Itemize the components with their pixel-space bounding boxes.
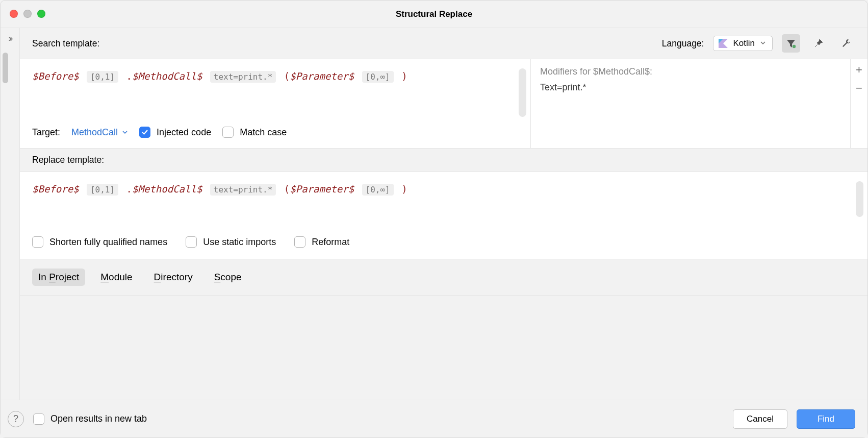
before-count-badge: [0,1] bbox=[87, 184, 118, 196]
injected-code-label: Injected code bbox=[157, 127, 211, 138]
methodcall-text-badge: text=print.* bbox=[210, 184, 276, 196]
match-case-label: Match case bbox=[240, 127, 287, 138]
reformat-label: Reformat bbox=[312, 237, 349, 248]
main-area: ›› Search template: Language: Kotlin bbox=[1, 28, 867, 400]
help-button[interactable]: ? bbox=[8, 411, 24, 427]
checkbox-box bbox=[33, 413, 44, 425]
checkbox-box bbox=[32, 236, 43, 248]
cancel-button[interactable]: Cancel bbox=[733, 409, 787, 429]
target-label: Target: bbox=[32, 127, 60, 138]
checkbox-box bbox=[222, 127, 234, 138]
dot: . bbox=[126, 183, 132, 194]
scope-tab-in-project[interactable]: In Project bbox=[32, 269, 85, 286]
scope-tab-directory[interactable]: Directory bbox=[148, 269, 199, 286]
search-template-editor[interactable]: $Before$ [0,1] .$MethodCall$ text=print.… bbox=[20, 59, 530, 120]
replace-pane: $Before$ [0,1] .$MethodCall$ text=print.… bbox=[20, 172, 867, 259]
replace-template-editor[interactable]: $Before$ [0,1] .$MethodCall$ text=print.… bbox=[20, 172, 867, 228]
var-parameter: $Parameter$ bbox=[290, 183, 354, 194]
checkbox-box bbox=[139, 127, 150, 138]
scope-tabs: In Project Module Directory Scope bbox=[20, 259, 867, 296]
var-before: $Before$ bbox=[32, 183, 79, 194]
paren-close: ) bbox=[401, 183, 407, 194]
paren-open: ( bbox=[284, 183, 290, 194]
add-modifier-button[interactable]: + bbox=[856, 64, 862, 76]
search-tools: Language: Kotlin bbox=[662, 34, 855, 53]
static-imports-checkbox[interactable]: Use static imports bbox=[186, 236, 276, 248]
methodcall-text-badge: text=print.* bbox=[210, 71, 276, 83]
reformat-checkbox[interactable]: Reformat bbox=[294, 236, 349, 248]
modifiers-side-buttons: + − bbox=[850, 59, 867, 148]
open-new-tab-label: Open results in new tab bbox=[50, 413, 147, 424]
parameter-count-badge: [0,∞] bbox=[362, 71, 394, 83]
kotlin-icon bbox=[719, 39, 728, 48]
chevron-down-icon bbox=[122, 129, 128, 135]
dialog-footer: ? Open results in new tab Cancel Find bbox=[1, 400, 867, 437]
modifiers-content[interactable]: Modifiers for $MethodCall$: Text=print.* bbox=[531, 59, 850, 148]
window-title: Structural Replace bbox=[1, 9, 867, 19]
content-column: Search template: Language: Kotlin bbox=[20, 28, 867, 400]
static-imports-label: Use static imports bbox=[203, 237, 276, 248]
svg-point-2 bbox=[793, 45, 796, 48]
modifiers-title: Modifiers for $MethodCall$: bbox=[540, 66, 841, 77]
search-row: $Before$ [0,1] .$MethodCall$ text=print.… bbox=[20, 59, 867, 149]
language-value: Kotlin bbox=[733, 38, 755, 48]
pin-icon[interactable] bbox=[809, 34, 828, 53]
expand-history-icon[interactable]: ›› bbox=[9, 33, 12, 44]
paren-open: ( bbox=[284, 70, 290, 82]
gutter-scroll-thumb[interactable] bbox=[3, 53, 8, 83]
paren-close: ) bbox=[401, 70, 407, 82]
chevron-down-icon bbox=[760, 38, 766, 48]
replace-header: Replace template: bbox=[20, 149, 867, 172]
shorten-names-checkbox[interactable]: Shorten fully qualified names bbox=[32, 236, 167, 248]
search-template-label: Search template: bbox=[32, 38, 99, 49]
shorten-names-label: Shorten fully qualified names bbox=[49, 237, 167, 248]
checkbox-box bbox=[294, 236, 305, 248]
match-case-checkbox[interactable]: Match case bbox=[222, 127, 287, 138]
filter-icon[interactable] bbox=[782, 34, 800, 53]
wrench-icon[interactable] bbox=[837, 34, 855, 53]
editor-scroll-thumb[interactable] bbox=[519, 68, 526, 117]
find-button[interactable]: Find bbox=[797, 409, 855, 429]
titlebar: Structural Replace bbox=[1, 1, 867, 28]
language-label: Language: bbox=[662, 38, 704, 49]
var-parameter: $Parameter$ bbox=[290, 70, 354, 82]
replace-template-label: Replace template: bbox=[32, 155, 104, 165]
remove-modifier-button[interactable]: − bbox=[856, 83, 862, 94]
modifier-line: Text=print.* bbox=[540, 82, 841, 93]
var-before: $Before$ bbox=[32, 70, 79, 82]
replace-options-row: Shorten fully qualified names Use static… bbox=[20, 228, 867, 259]
search-pane: $Before$ [0,1] .$MethodCall$ text=print.… bbox=[20, 59, 531, 148]
var-methodcall: $MethodCall$ bbox=[132, 183, 202, 194]
left-gutter: ›› bbox=[1, 28, 20, 400]
dot: . bbox=[126, 70, 132, 82]
scope-tab-scope[interactable]: Scope bbox=[208, 269, 248, 286]
dialog-body: ›› Search template: Language: Kotlin bbox=[1, 28, 867, 437]
structural-replace-dialog: Structural Replace ›› Search template: L… bbox=[0, 0, 868, 438]
search-header: Search template: Language: Kotlin bbox=[20, 28, 867, 59]
injected-code-checkbox[interactable]: Injected code bbox=[139, 127, 211, 138]
checkbox-box bbox=[186, 236, 197, 248]
open-new-tab-checkbox[interactable]: Open results in new tab bbox=[33, 413, 147, 425]
scope-tab-module[interactable]: Module bbox=[94, 269, 138, 286]
modifiers-pane: Modifiers for $MethodCall$: Text=print.*… bbox=[531, 59, 867, 148]
target-select[interactable]: MethodCall bbox=[71, 127, 128, 138]
before-count-badge: [0,1] bbox=[87, 71, 118, 83]
language-select[interactable]: Kotlin bbox=[713, 36, 773, 51]
editor-scroll-thumb[interactable] bbox=[856, 181, 863, 217]
parameter-count-badge: [0,∞] bbox=[362, 184, 394, 196]
target-row: Target: MethodCall Injected code bbox=[20, 120, 530, 148]
var-methodcall: $MethodCall$ bbox=[132, 70, 202, 82]
target-value: MethodCall bbox=[71, 127, 118, 138]
